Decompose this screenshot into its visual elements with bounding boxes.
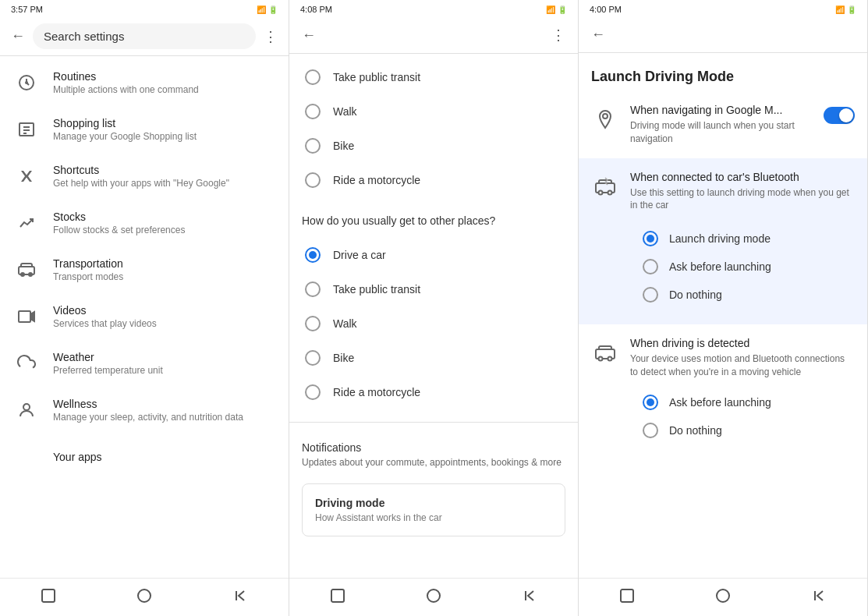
menu-dots-1[interactable]: ⋮ xyxy=(264,28,278,45)
radio-circle-bike1 xyxy=(305,138,321,154)
search-bar[interactable]: Search settings xyxy=(33,23,256,49)
panel3-title: Launch Driving Mode xyxy=(579,53,867,91)
radio-circle-walk2 xyxy=(305,316,321,331)
radio-bike1[interactable]: Bike xyxy=(302,129,565,163)
radio-circle-nothing-bt xyxy=(643,287,658,303)
nav-circle-2[interactable] xyxy=(424,586,443,605)
status-bar-2: 4:08 PM 📶 🔋 xyxy=(289,0,578,17)
maps-pin-icon xyxy=(591,105,619,133)
radio-label-launch: Launch driving mode xyxy=(669,232,771,245)
driving-mode-item[interactable]: Driving mode How Assistant works in the … xyxy=(302,483,565,536)
radio-label-walk1: Walk xyxy=(333,105,357,118)
radio-ask2[interactable]: Ask before launching xyxy=(643,388,842,416)
settings-item-stocks[interactable]: Stocks Follow stocks & set preferences xyxy=(0,200,289,246)
detected-car-icon xyxy=(591,338,619,366)
shortcuts-text: Shortcuts Get help with your apps with "… xyxy=(53,164,229,189)
nav-square-2[interactable] xyxy=(328,586,347,605)
radio-do-nothing-bt[interactable]: Do nothing xyxy=(643,281,842,309)
nav-square-1[interactable] xyxy=(39,586,58,605)
google-maps-item[interactable]: When navigating in Google M... Driving m… xyxy=(579,91,867,158)
radio-circle-launch xyxy=(643,231,658,246)
when-detected-section: When driving is detected Your device use… xyxy=(579,324,867,457)
videos-title: Videos xyxy=(53,304,157,317)
panel2: 4:08 PM 📶 🔋 ← ⋮ Take public transit Walk… xyxy=(289,0,579,616)
nav-back-1[interactable] xyxy=(231,586,250,605)
status-bar-1: 3:57 PM 📶 🔋 xyxy=(0,0,289,17)
toggle-switch-maps[interactable] xyxy=(824,107,855,124)
radio-label-walk2: Walk xyxy=(333,317,357,330)
radio-bike2[interactable]: Bike xyxy=(302,341,565,375)
radio-label-ask: Ask before launching xyxy=(669,260,771,273)
back-button-3[interactable]: ← xyxy=(591,27,605,43)
transportation-icon xyxy=(12,256,41,284)
detected-radio-group: Ask before launching Do nothing xyxy=(591,385,855,451)
shortcuts-title: Shortcuts xyxy=(53,164,229,176)
settings-item-videos[interactable]: Videos Services that play videos xyxy=(0,293,289,340)
svg-point-25 xyxy=(603,114,608,119)
svg-rect-32 xyxy=(621,589,633,602)
shortcuts-subtitle: Get help with your apps with "Hey Google… xyxy=(53,178,229,189)
status-icons-2: 📶 🔋 xyxy=(546,5,567,14)
radio-circle-car xyxy=(305,247,321,263)
bottom-radio-group: Drive a car Take public transit Walk Bik… xyxy=(289,232,578,416)
shopping-title: Shopping list xyxy=(53,117,197,129)
radio-circle-nothing2 xyxy=(643,423,658,438)
detected-title: When driving is detected xyxy=(630,337,855,349)
time-1: 3:57 PM xyxy=(11,5,43,14)
back-button-2[interactable]: ← xyxy=(302,27,316,44)
google-maps-text: When navigating in Google M... Driving m… xyxy=(630,104,813,146)
google-maps-toggle[interactable] xyxy=(824,107,855,124)
nav-back-3[interactable] xyxy=(810,586,828,605)
radio-label-ask2: Ask before launching xyxy=(669,396,771,409)
your-apps-title: Your apps xyxy=(53,451,102,463)
radio-walk1[interactable]: Walk xyxy=(302,94,565,129)
shopping-text: Shopping list Manage your Google Shoppin… xyxy=(53,117,197,142)
radio-inner-car xyxy=(309,251,317,259)
search-bar-text: Search settings xyxy=(44,30,124,43)
videos-text: Videos Services that play videos xyxy=(53,304,157,329)
radio-launch-driving[interactable]: Launch driving mode xyxy=(643,225,842,253)
menu-dots-2[interactable]: ⋮ xyxy=(551,27,565,44)
radio-label-nothing2: Do nothing xyxy=(669,424,722,437)
transportation-text: Transportation Transport modes xyxy=(53,257,123,282)
radio-circle-bike2 xyxy=(305,350,321,366)
radio-circle-ask xyxy=(643,259,658,274)
settings-item-shortcuts[interactable]: Shortcuts Get help with your apps with "… xyxy=(0,153,289,200)
radio-motorcycle1[interactable]: Ride a motorcycle xyxy=(302,163,565,197)
radio-motorcycle2[interactable]: Ride a motorcycle xyxy=(302,375,565,409)
radio-transit1[interactable]: Take public transit xyxy=(302,60,565,94)
back-button-1[interactable]: ← xyxy=(11,28,25,44)
settings-item-weather[interactable]: Weather Preferred temperature unit xyxy=(0,340,289,387)
radio-label-nothing-bt: Do nothing xyxy=(669,289,722,301)
settings-item-wellness[interactable]: Wellness Manage your sleep, activity, an… xyxy=(0,387,289,434)
when-detected-header: When driving is detected Your device use… xyxy=(591,337,855,379)
radio-nothing2[interactable]: Do nothing xyxy=(643,416,842,444)
nav-circle-3[interactable] xyxy=(714,586,732,605)
transportation-title: Transportation xyxy=(53,257,123,270)
svg-point-18 xyxy=(23,404,30,410)
svg-point-1 xyxy=(25,81,28,84)
weather-subtitle: Preferred temperature unit xyxy=(53,365,163,376)
shopping-icon xyxy=(12,115,41,143)
radio-transit2[interactable]: Take public transit xyxy=(302,272,565,306)
svg-rect-22 xyxy=(331,589,344,602)
radio-walk2[interactable]: Walk xyxy=(302,306,565,341)
your-apps-text: Your apps xyxy=(53,451,102,463)
detected-text: When driving is detected Your device use… xyxy=(630,337,855,379)
detected-subtitle: Your device uses motion and Bluetooth co… xyxy=(630,352,855,379)
svg-point-33 xyxy=(717,589,729,602)
status-icons-3: 📶 🔋 xyxy=(835,5,856,14)
settings-item-routines[interactable]: Routines Multiple actions with one comma… xyxy=(0,59,289,106)
bluetooth-radio-group: Launch driving mode Ask before launching… xyxy=(591,221,855,318)
radio-inner-ask2 xyxy=(647,398,654,406)
radio-car[interactable]: Drive a car xyxy=(302,238,565,272)
driving-mode-title: Driving mode xyxy=(315,497,552,509)
nav-square-3[interactable] xyxy=(618,586,636,605)
settings-item-shopping[interactable]: Shopping list Manage your Google Shoppin… xyxy=(0,106,289,153)
settings-item-your-apps[interactable]: Your apps xyxy=(0,434,289,480)
radio-ask-before[interactable]: Ask before launching xyxy=(643,253,842,281)
wellness-text: Wellness Manage your sleep, activity, an… xyxy=(53,398,243,423)
nav-back-2[interactable] xyxy=(520,586,539,605)
settings-item-transportation[interactable]: Transportation Transport modes xyxy=(0,246,289,293)
nav-circle-1[interactable] xyxy=(135,586,154,605)
